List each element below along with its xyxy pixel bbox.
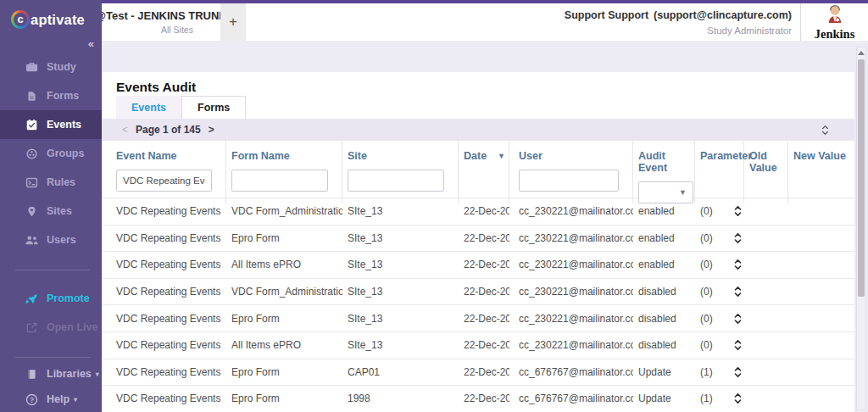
row-expander-icon[interactable] bbox=[734, 339, 742, 351]
sidebar-item-users[interactable]: Users bbox=[0, 225, 102, 254]
cell-audit_event: enabled bbox=[633, 259, 695, 270]
help-circle-icon: ? bbox=[24, 393, 39, 406]
captivate-logo: c aptivate bbox=[0, 0, 102, 39]
row-expander-icon[interactable] bbox=[734, 313, 742, 325]
chevron-down-icon: ▼ bbox=[679, 188, 687, 197]
column-header-label-new_value[interactable]: New Value bbox=[788, 150, 854, 162]
column-header-label-user[interactable]: User bbox=[509, 150, 632, 162]
page-prev-button[interactable]: < bbox=[122, 124, 128, 136]
column-header-label-form_name[interactable]: Form Name bbox=[226, 150, 342, 162]
cell-audit_event: Update bbox=[633, 366, 695, 378]
column-header-old_value: Old Value bbox=[744, 141, 788, 203]
cell-parameter: (0) bbox=[695, 205, 744, 217]
cell-event_name: VDC Repeating Events bbox=[102, 339, 226, 351]
row-expander-icon[interactable] bbox=[734, 205, 742, 217]
tab-forms[interactable]: Forms bbox=[181, 96, 246, 119]
table-row[interactable]: VDC Repeating EventsEpro FormSIte_1322-D… bbox=[102, 304, 854, 331]
column-label: Form Name bbox=[231, 150, 290, 162]
cell-audit_event: disabled bbox=[633, 286, 695, 298]
user-name-line: Support Support(support@clincapture.com) bbox=[565, 9, 792, 21]
row-expander-icon[interactable] bbox=[734, 259, 742, 270]
sidebar-item-rules[interactable]: Rules bbox=[0, 168, 102, 197]
cell-parameter: (1) bbox=[695, 366, 744, 378]
column-header-label-date[interactable]: Date▼ bbox=[459, 150, 509, 162]
filter-input-user[interactable] bbox=[519, 170, 619, 192]
sort-desc-icon[interactable]: ▼ bbox=[498, 152, 505, 160]
sidebar-item-sites[interactable]: Sites bbox=[0, 197, 102, 225]
add-study-tab-button[interactable]: + bbox=[220, 3, 246, 41]
scrollbar-up-arrow-icon[interactable] bbox=[858, 51, 865, 55]
file-icon bbox=[24, 90, 39, 103]
cell-audit_event: enabled bbox=[633, 205, 695, 217]
column-header-label-audit_event[interactable]: Audit Event bbox=[633, 150, 694, 174]
row-expander-icon[interactable] bbox=[734, 232, 742, 244]
study-tab[interactable]: @Test - JENKINS TRUNK All Sites bbox=[102, 3, 220, 41]
row-expander-icon[interactable] bbox=[734, 393, 742, 404]
sidebar-item-groups[interactable]: Groups bbox=[0, 139, 102, 168]
filter-input-site[interactable] bbox=[348, 170, 444, 192]
book-icon bbox=[24, 368, 39, 381]
column-label: Event Name bbox=[116, 150, 177, 162]
cell-form_name: All Items ePRO bbox=[226, 339, 342, 351]
cell-event_name: VDC Repeating Events bbox=[102, 232, 226, 244]
header-spacer bbox=[246, 3, 565, 41]
column-label: User bbox=[519, 150, 542, 162]
briefcase-icon bbox=[24, 61, 39, 74]
cell-user: cc_676767@mailinator.com bbox=[509, 366, 633, 378]
parameter-value: (1) bbox=[700, 366, 713, 378]
sidebar-item-forms[interactable]: Forms bbox=[0, 81, 102, 110]
table-row[interactable]: VDC Repeating EventsAll Items ePROSIte_1… bbox=[102, 331, 854, 359]
cell-site: SIte_13 bbox=[342, 259, 459, 270]
page-next-button[interactable]: > bbox=[209, 124, 214, 136]
user-menu[interactable]: Support Support(support@clincapture.com)… bbox=[565, 3, 800, 41]
filter-select-audit_event[interactable]: ▼ bbox=[638, 181, 693, 203]
scrollbar-thumb[interactable] bbox=[858, 59, 865, 297]
parameter-value: (1) bbox=[700, 393, 713, 404]
tab-events[interactable]: Events bbox=[116, 96, 181, 119]
user-role: Study Administrator bbox=[707, 25, 792, 36]
column-header-label-site[interactable]: Site bbox=[342, 150, 458, 162]
page-indicator: Page 1 of 145 bbox=[136, 124, 201, 136]
cell-audit_event: disabled bbox=[633, 313, 695, 325]
cell-parameter: (0) bbox=[695, 232, 744, 244]
cell-site: SIte_13 bbox=[342, 286, 459, 298]
expand-collapse-rows-icon[interactable] bbox=[821, 125, 829, 136]
audit-tabs: EventsForms bbox=[102, 96, 854, 119]
cell-form_name: VDC Form_Administration bbox=[226, 286, 342, 298]
svg-text:?: ? bbox=[29, 395, 33, 404]
sidebar-item-libraries[interactable]: Libraries▾ bbox=[0, 361, 102, 387]
column-label: Date bbox=[464, 150, 487, 162]
table-row[interactable]: VDC Repeating EventsEpro Form199822-Dec-… bbox=[102, 385, 854, 412]
filter-input-event_name[interactable] bbox=[116, 170, 212, 192]
column-filter-user bbox=[509, 170, 632, 192]
column-label: Audit Event bbox=[638, 150, 694, 174]
column-header-label-event_name[interactable]: Event Name bbox=[102, 150, 225, 162]
column-header-label-parameter[interactable]: Parameter bbox=[695, 150, 743, 162]
sidebar-item-label: Forms bbox=[47, 90, 79, 102]
cell-form_name: VDC Form_Administration bbox=[226, 205, 342, 217]
table-row[interactable]: VDC Repeating EventsEpro FormSIte_1322-D… bbox=[102, 225, 854, 252]
row-expander-icon[interactable] bbox=[734, 366, 742, 378]
cell-form_name: All Items ePRO bbox=[226, 259, 342, 270]
sidebar-collapse-icon[interactable]: « bbox=[0, 39, 102, 51]
table-row[interactable]: VDC Repeating EventsAll Items ePROSIte_1… bbox=[102, 251, 854, 278]
table-row[interactable]: VDC Repeating EventsVDC Form_Administrat… bbox=[102, 278, 854, 305]
events-audit-card: Events Audit EventsForms < Page 1 of 145… bbox=[102, 72, 854, 412]
table-row[interactable]: VDC Repeating EventsEpro FormCAP0122-Dec… bbox=[102, 359, 854, 386]
rocket-icon bbox=[24, 292, 39, 305]
sidebar-item-promote[interactable]: Promote bbox=[0, 284, 102, 313]
filter-input-form_name[interactable] bbox=[231, 170, 328, 192]
sidebar-item-help[interactable]: ?Help▾ bbox=[0, 387, 102, 412]
cell-parameter: (0) bbox=[695, 259, 744, 270]
sidebar-action-label: Promote bbox=[47, 292, 90, 304]
column-header-label-old_value[interactable]: Old Value bbox=[744, 150, 787, 174]
row-expander-icon[interactable] bbox=[734, 286, 742, 298]
sidebar-item-study[interactable]: Study bbox=[0, 53, 102, 81]
sidebar-item-label: Users bbox=[47, 234, 76, 246]
parameter-value: (0) bbox=[700, 232, 713, 244]
sidebar-item-open-live[interactable]: Open Live bbox=[0, 313, 102, 342]
sidebar-item-events[interactable]: Events bbox=[0, 110, 102, 139]
vertical-scrollbar[interactable] bbox=[856, 47, 866, 410]
cell-date: 22-Dec-2023 bbox=[459, 393, 509, 404]
parameter-value: (0) bbox=[700, 313, 713, 325]
